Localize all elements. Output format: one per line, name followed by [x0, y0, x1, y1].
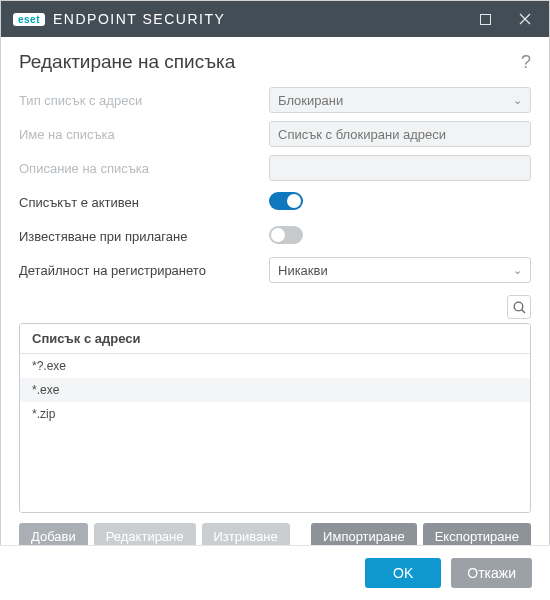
ok-button[interactable]: OK [365, 558, 441, 588]
titlebar: eset ENDPOINT SECURITY [1, 1, 549, 37]
listbox-header: Списък с адреси [20, 324, 530, 354]
list-active-label: Списъкът е активен [19, 195, 269, 210]
list-active-toggle[interactable] [269, 192, 303, 210]
list-name-label: Име на списъка [19, 127, 269, 142]
address-listbox: Списък с адреси *?.exe *.exe *.zip [19, 323, 531, 513]
cancel-button[interactable]: Откажи [451, 558, 532, 588]
notify-toggle[interactable] [269, 226, 303, 244]
list-item[interactable]: *.exe [20, 378, 530, 402]
log-verbosity-label: Детайлност на регистрирането [19, 263, 269, 278]
app-title: ENDPOINT SECURITY [53, 11, 225, 27]
select-value: Блокирани [278, 93, 343, 108]
close-icon [519, 13, 531, 25]
window-maximize-button[interactable] [465, 1, 505, 37]
dialog-footer: OK Откажи [0, 545, 550, 600]
address-list-type-select[interactable]: Блокирани ⌄ [269, 87, 531, 113]
window-close-button[interactable] [505, 1, 545, 37]
select-value: Никакви [278, 263, 328, 278]
help-button[interactable]: ? [521, 52, 531, 73]
list-description-label: Описание на списъка [19, 161, 269, 176]
notify-label: Известяване при прилагане [19, 229, 269, 244]
list-name-input[interactable]: Списък с блокирани адреси [269, 121, 531, 147]
chevron-down-icon: ⌄ [513, 94, 522, 107]
listbox-body[interactable]: *?.exe *.exe *.zip [20, 354, 530, 512]
list-item[interactable]: *.zip [20, 402, 530, 426]
input-value: Списък с блокирани адреси [278, 127, 446, 142]
maximize-icon [480, 14, 491, 25]
address-list-type-label: Тип списък с адреси [19, 93, 269, 108]
chevron-down-icon: ⌄ [513, 264, 522, 277]
svg-rect-0 [480, 14, 490, 24]
list-item[interactable]: *?.exe [20, 354, 530, 378]
search-icon [513, 301, 526, 314]
brand-badge: eset [13, 13, 45, 26]
page-title: Редактиране на списъка [19, 51, 521, 73]
list-description-input[interactable] [269, 155, 531, 181]
search-button[interactable] [507, 295, 531, 319]
svg-line-4 [521, 309, 524, 312]
log-verbosity-select[interactable]: Никакви ⌄ [269, 257, 531, 283]
svg-point-3 [514, 302, 523, 311]
content-area: Редактиране на списъка ? Тип списък с ад… [1, 37, 549, 563]
